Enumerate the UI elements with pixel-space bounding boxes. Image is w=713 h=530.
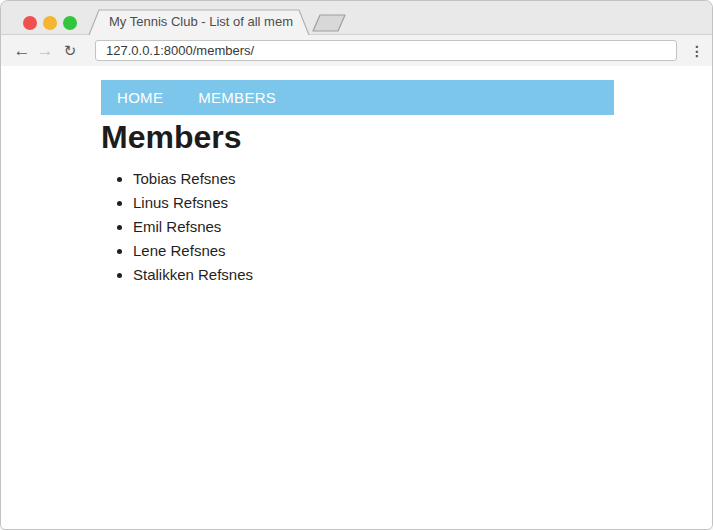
browser-toolbar: ← → ↻ 127.0.0.1:8000/members/ ⋮ — [1, 34, 712, 66]
minimize-button[interactable] — [43, 16, 57, 30]
address-bar[interactable]: 127.0.0.1:8000/members/ — [95, 40, 677, 61]
list-item: Tobias Refsnes — [133, 167, 712, 191]
browser-chrome: My Tennis Club - List of all mem ← → ↻ 1… — [1, 1, 712, 66]
list-item: Linus Refsnes — [133, 191, 712, 215]
maximize-button[interactable] — [63, 16, 77, 30]
site-navbar: HOME MEMBERS — [101, 80, 614, 115]
reload-icon[interactable]: ↻ — [59, 35, 81, 67]
list-item: Stalikken Refsnes — [133, 263, 712, 287]
back-icon[interactable]: ← — [11, 35, 33, 67]
nav-link-members[interactable]: MEMBERS — [198, 89, 276, 106]
page-title: Members — [101, 119, 712, 155]
window-controls — [23, 16, 77, 30]
browser-window: My Tennis Club - List of all mem ← → ↻ 1… — [0, 0, 713, 530]
page-content: HOME MEMBERS Members Tobias Refsnes Linu… — [1, 66, 712, 530]
nav-link-home[interactable]: HOME — [117, 89, 163, 106]
url-text: 127.0.0.1:8000/members/ — [106, 43, 254, 58]
list-item: Lene Refsnes — [133, 239, 712, 263]
list-item: Emil Refsnes — [133, 215, 712, 239]
members-list: Tobias Refsnes Linus Refsnes Emil Refsne… — [101, 167, 712, 287]
kebab-menu-icon[interactable]: ⋮ — [687, 35, 707, 67]
browser-tab[interactable]: My Tennis Club - List of all mem — [99, 14, 303, 29]
new-tab-icon — [313, 15, 345, 31]
forward-icon[interactable]: → — [34, 35, 56, 67]
close-button[interactable] — [23, 16, 37, 30]
